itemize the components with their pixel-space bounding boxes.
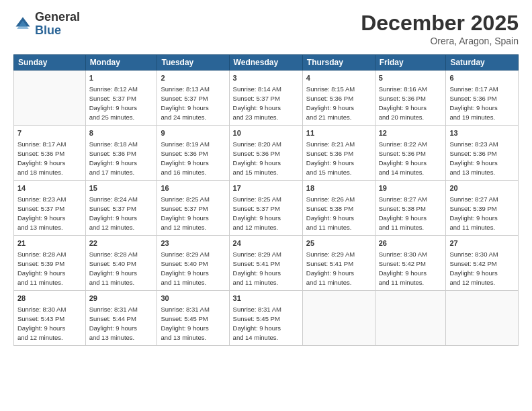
day-cell: 8Sunrise: 8:18 AM Sunset: 5:36 PM Daylig… [85, 126, 157, 181]
day-cell: 5Sunrise: 8:16 AM Sunset: 5:36 PM Daylig… [375, 71, 446, 126]
weekday-header: Sunday [14, 55, 86, 71]
calendar-week-row: 14Sunrise: 8:23 AM Sunset: 5:37 PM Dayli… [14, 181, 519, 236]
logo-general: General [35, 11, 80, 24]
header: General Blue December 2025 Orera, Aragon… [13, 11, 519, 46]
calendar-week-row: 28Sunrise: 8:30 AM Sunset: 5:43 PM Dayli… [14, 291, 519, 346]
weekday-header: Tuesday [157, 55, 229, 71]
day-info: Sunrise: 8:20 AM Sunset: 5:36 PM Dayligh… [233, 140, 299, 177]
empty-cell [302, 291, 375, 346]
day-number: 9 [161, 128, 225, 138]
day-info: Sunrise: 8:12 AM Sunset: 5:37 PM Dayligh… [89, 85, 154, 122]
weekday-header: Wednesday [229, 55, 302, 71]
day-info: Sunrise: 8:29 AM Sunset: 5:41 PM Dayligh… [306, 250, 371, 287]
day-info: Sunrise: 8:23 AM Sunset: 5:36 PM Dayligh… [449, 140, 515, 177]
day-info: Sunrise: 8:29 AM Sunset: 5:40 PM Dayligh… [161, 250, 225, 287]
calendar: SundayMondayTuesdayWednesdayThursdayFrid… [13, 54, 519, 346]
day-cell: 2Sunrise: 8:13 AM Sunset: 5:37 PM Daylig… [157, 71, 229, 126]
day-info: Sunrise: 8:27 AM Sunset: 5:38 PM Dayligh… [379, 195, 443, 232]
day-number: 31 [233, 293, 299, 304]
empty-cell [446, 291, 519, 346]
day-cell: 20Sunrise: 8:27 AM Sunset: 5:39 PM Dayli… [446, 181, 519, 236]
empty-cell [14, 71, 86, 126]
calendar-week-row: 21Sunrise: 8:28 AM Sunset: 5:39 PM Dayli… [14, 236, 519, 291]
day-number: 2 [161, 73, 225, 83]
day-number: 18 [306, 183, 371, 193]
day-cell: 21Sunrise: 8:28 AM Sunset: 5:39 PM Dayli… [14, 236, 86, 291]
weekday-header: Saturday [446, 55, 519, 71]
logo-blue: Blue [35, 24, 80, 38]
day-cell: 1Sunrise: 8:12 AM Sunset: 5:37 PM Daylig… [85, 71, 157, 126]
day-info: Sunrise: 8:23 AM Sunset: 5:37 PM Dayligh… [17, 195, 82, 232]
page: General Blue December 2025 Orera, Aragon… [0, 0, 532, 411]
day-cell: 16Sunrise: 8:25 AM Sunset: 5:37 PM Dayli… [157, 181, 229, 236]
day-info: Sunrise: 8:30 AM Sunset: 5:42 PM Dayligh… [449, 250, 515, 287]
day-cell: 18Sunrise: 8:26 AM Sunset: 5:38 PM Dayli… [302, 181, 375, 236]
day-cell: 12Sunrise: 8:22 AM Sunset: 5:36 PM Dayli… [375, 126, 446, 181]
day-cell: 3Sunrise: 8:14 AM Sunset: 5:37 PM Daylig… [229, 71, 302, 126]
day-number: 10 [233, 128, 299, 138]
day-cell: 7Sunrise: 8:17 AM Sunset: 5:36 PM Daylig… [14, 126, 86, 181]
day-info: Sunrise: 8:31 AM Sunset: 5:45 PM Dayligh… [161, 305, 225, 342]
day-cell: 31Sunrise: 8:31 AM Sunset: 5:45 PM Dayli… [229, 291, 302, 346]
day-number: 5 [379, 73, 443, 83]
day-number: 20 [449, 183, 515, 193]
day-cell: 30Sunrise: 8:31 AM Sunset: 5:45 PM Dayli… [157, 291, 229, 346]
day-number: 27 [449, 238, 515, 248]
day-cell: 10Sunrise: 8:20 AM Sunset: 5:36 PM Dayli… [229, 126, 302, 181]
day-number: 28 [17, 293, 82, 304]
day-cell: 9Sunrise: 8:19 AM Sunset: 5:36 PM Daylig… [157, 126, 229, 181]
empty-cell [375, 291, 446, 346]
day-cell: 14Sunrise: 8:23 AM Sunset: 5:37 PM Dayli… [14, 181, 86, 236]
day-cell: 29Sunrise: 8:31 AM Sunset: 5:44 PM Dayli… [85, 291, 157, 346]
logo-icon [13, 15, 32, 34]
day-cell: 24Sunrise: 8:29 AM Sunset: 5:41 PM Dayli… [229, 236, 302, 291]
day-info: Sunrise: 8:28 AM Sunset: 5:39 PM Dayligh… [17, 250, 82, 287]
day-info: Sunrise: 8:15 AM Sunset: 5:36 PM Dayligh… [306, 85, 371, 122]
calendar-week-row: 7Sunrise: 8:17 AM Sunset: 5:36 PM Daylig… [14, 126, 519, 181]
day-number: 25 [306, 238, 371, 248]
calendar-week-row: 1Sunrise: 8:12 AM Sunset: 5:37 PM Daylig… [14, 71, 519, 126]
day-cell: 17Sunrise: 8:25 AM Sunset: 5:37 PM Dayli… [229, 181, 302, 236]
day-info: Sunrise: 8:30 AM Sunset: 5:43 PM Dayligh… [17, 305, 82, 342]
day-number: 11 [306, 128, 371, 138]
day-cell: 6Sunrise: 8:17 AM Sunset: 5:36 PM Daylig… [446, 71, 519, 126]
day-info: Sunrise: 8:25 AM Sunset: 5:37 PM Dayligh… [233, 195, 299, 232]
day-number: 23 [161, 238, 225, 248]
day-number: 22 [89, 238, 154, 248]
weekday-header: Monday [85, 55, 157, 71]
day-info: Sunrise: 8:31 AM Sunset: 5:44 PM Dayligh… [89, 305, 154, 342]
day-number: 26 [379, 238, 443, 248]
day-info: Sunrise: 8:14 AM Sunset: 5:37 PM Dayligh… [233, 85, 299, 122]
calendar-header: SundayMondayTuesdayWednesdayThursdayFrid… [14, 55, 519, 71]
day-info: Sunrise: 8:13 AM Sunset: 5:37 PM Dayligh… [161, 85, 225, 122]
day-number: 6 [449, 73, 515, 83]
weekday-header: Thursday [302, 55, 375, 71]
day-info: Sunrise: 8:25 AM Sunset: 5:37 PM Dayligh… [161, 195, 225, 232]
day-info: Sunrise: 8:27 AM Sunset: 5:39 PM Dayligh… [449, 195, 515, 232]
day-info: Sunrise: 8:17 AM Sunset: 5:36 PM Dayligh… [17, 140, 82, 177]
day-number: 7 [17, 128, 82, 138]
day-cell: 4Sunrise: 8:15 AM Sunset: 5:36 PM Daylig… [302, 71, 375, 126]
location: Orera, Aragon, Spain [361, 36, 519, 46]
day-number: 29 [89, 293, 154, 304]
day-info: Sunrise: 8:21 AM Sunset: 5:36 PM Dayligh… [306, 140, 371, 177]
day-info: Sunrise: 8:30 AM Sunset: 5:42 PM Dayligh… [379, 250, 443, 287]
weekday-header: Friday [375, 55, 446, 71]
day-cell: 25Sunrise: 8:29 AM Sunset: 5:41 PM Dayli… [302, 236, 375, 291]
day-number: 4 [306, 73, 371, 83]
day-cell: 11Sunrise: 8:21 AM Sunset: 5:36 PM Dayli… [302, 126, 375, 181]
title-block: December 2025 Orera, Aragon, Spain [361, 11, 519, 46]
day-number: 14 [17, 183, 82, 193]
day-cell: 27Sunrise: 8:30 AM Sunset: 5:42 PM Dayli… [446, 236, 519, 291]
day-number: 13 [449, 128, 515, 138]
day-info: Sunrise: 8:17 AM Sunset: 5:36 PM Dayligh… [449, 85, 515, 122]
day-number: 21 [17, 238, 82, 248]
day-number: 19 [379, 183, 443, 193]
day-number: 16 [161, 183, 225, 193]
day-info: Sunrise: 8:28 AM Sunset: 5:40 PM Dayligh… [89, 250, 154, 287]
day-info: Sunrise: 8:19 AM Sunset: 5:36 PM Dayligh… [161, 140, 225, 177]
day-number: 12 [379, 128, 443, 138]
day-number: 15 [89, 183, 154, 193]
day-number: 1 [89, 73, 154, 83]
day-cell: 28Sunrise: 8:30 AM Sunset: 5:43 PM Dayli… [14, 291, 86, 346]
